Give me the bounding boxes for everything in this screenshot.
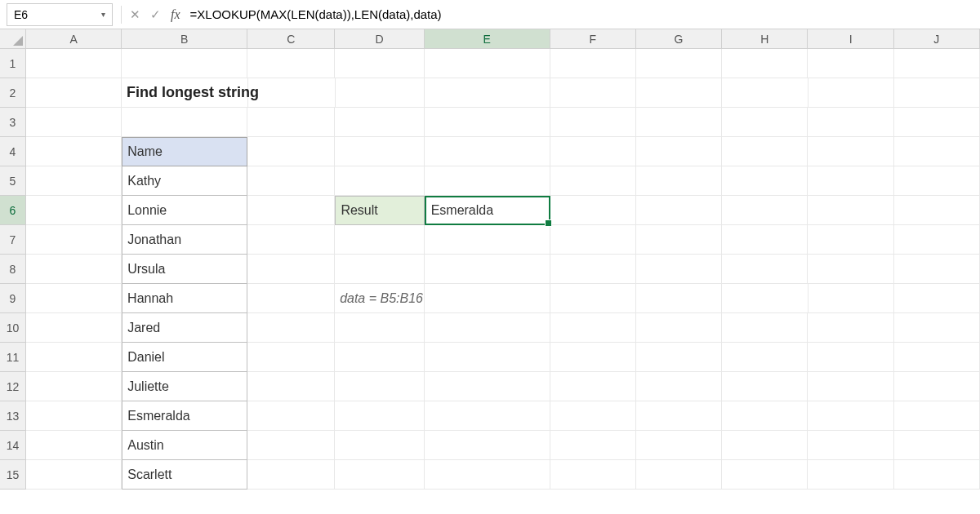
cell-A14[interactable] bbox=[26, 431, 122, 460]
cell-G1[interactable] bbox=[636, 49, 722, 78]
cell-F10[interactable] bbox=[550, 313, 636, 343]
cell-C6[interactable] bbox=[247, 196, 335, 225]
col-header-F[interactable]: F bbox=[550, 29, 636, 49]
cell-I10[interactable] bbox=[808, 313, 893, 343]
cell-F9[interactable] bbox=[550, 284, 636, 313]
result-label[interactable]: Result bbox=[335, 196, 424, 225]
cell-H8[interactable] bbox=[722, 255, 808, 284]
cell-F2[interactable] bbox=[550, 78, 636, 108]
cell-H5[interactable] bbox=[722, 166, 808, 196]
cell-I13[interactable] bbox=[808, 401, 893, 431]
cell-D14[interactable] bbox=[335, 431, 424, 460]
cell-C5[interactable] bbox=[247, 166, 335, 196]
cell-G10[interactable] bbox=[636, 313, 722, 343]
cell-B1[interactable] bbox=[122, 49, 247, 78]
cell-H2[interactable] bbox=[722, 78, 808, 108]
row-header-7[interactable]: 7 bbox=[0, 225, 26, 255]
cell-J2[interactable] bbox=[894, 78, 980, 108]
cell-J7[interactable] bbox=[894, 225, 980, 255]
result-value-cell[interactable]: Esmeralda bbox=[425, 196, 550, 225]
name-box[interactable]: E6 ▾ bbox=[7, 3, 113, 26]
cell-H14[interactable] bbox=[722, 431, 808, 460]
cell-C4[interactable] bbox=[247, 137, 335, 166]
cell-J12[interactable] bbox=[894, 372, 980, 401]
row-header-6[interactable]: 6 bbox=[0, 196, 26, 225]
cell-H13[interactable] bbox=[722, 401, 808, 431]
row-header-10[interactable]: 10 bbox=[0, 313, 26, 343]
cell-A13[interactable] bbox=[26, 401, 122, 431]
select-all-button[interactable] bbox=[0, 29, 26, 49]
named-range-note[interactable]: data = B5:B16 bbox=[335, 284, 425, 313]
formula-input[interactable] bbox=[180, 3, 973, 26]
cell-H7[interactable] bbox=[722, 225, 808, 255]
cell-J4[interactable] bbox=[894, 137, 980, 166]
cell-I7[interactable] bbox=[808, 225, 893, 255]
cell-C10[interactable] bbox=[247, 313, 335, 343]
cell-E8[interactable] bbox=[425, 255, 550, 284]
cell-F8[interactable] bbox=[550, 255, 636, 284]
cell-A4[interactable] bbox=[26, 137, 122, 166]
cell-A15[interactable] bbox=[26, 460, 122, 490]
cell-D5[interactable] bbox=[335, 166, 424, 196]
col-header-J[interactable]: J bbox=[894, 29, 980, 49]
cell-A11[interactable] bbox=[26, 343, 122, 372]
col-header-I[interactable]: I bbox=[808, 29, 893, 49]
cell-G3[interactable] bbox=[636, 108, 722, 137]
cell-D10[interactable] bbox=[335, 313, 424, 343]
cell-D12[interactable] bbox=[335, 372, 424, 401]
cell-I15[interactable] bbox=[808, 460, 893, 490]
cell-G5[interactable] bbox=[636, 166, 722, 196]
cell-E2[interactable] bbox=[425, 78, 550, 108]
cell-C9[interactable] bbox=[247, 284, 335, 313]
cell-C3[interactable] bbox=[247, 108, 335, 137]
cell-F6[interactable] bbox=[550, 196, 636, 225]
table-row[interactable]: Juliette bbox=[122, 372, 247, 401]
row-header-11[interactable]: 11 bbox=[0, 343, 26, 372]
col-header-H[interactable]: H bbox=[722, 29, 808, 49]
cell-J15[interactable] bbox=[894, 460, 980, 490]
cell-J14[interactable] bbox=[894, 431, 980, 460]
cell-I5[interactable] bbox=[808, 166, 893, 196]
cell-B3[interactable] bbox=[122, 108, 247, 137]
cell-J10[interactable] bbox=[894, 313, 980, 343]
cell-C8[interactable] bbox=[247, 255, 335, 284]
cell-J9[interactable] bbox=[894, 284, 980, 313]
table-row[interactable]: Ursula bbox=[122, 255, 247, 284]
cell-J8[interactable] bbox=[894, 255, 980, 284]
cell-I4[interactable] bbox=[808, 137, 893, 166]
chevron-down-icon[interactable]: ▾ bbox=[101, 10, 105, 19]
cell-F1[interactable] bbox=[550, 49, 636, 78]
cell-D15[interactable] bbox=[335, 460, 424, 490]
cell-D13[interactable] bbox=[335, 401, 424, 431]
cell-H9[interactable] bbox=[722, 284, 808, 313]
cell-E7[interactable] bbox=[425, 225, 550, 255]
row-header-13[interactable]: 13 bbox=[0, 401, 26, 431]
cell-A10[interactable] bbox=[26, 313, 122, 343]
cell-J13[interactable] bbox=[894, 401, 980, 431]
cell-E14[interactable] bbox=[425, 431, 550, 460]
cell-E11[interactable] bbox=[425, 343, 550, 372]
cell-C14[interactable] bbox=[247, 431, 335, 460]
cancel-icon[interactable]: ✕ bbox=[130, 7, 140, 22]
table-row[interactable]: Daniel bbox=[122, 343, 247, 372]
cell-I2[interactable] bbox=[808, 78, 894, 108]
row-header-3[interactable]: 3 bbox=[0, 108, 26, 137]
table-row[interactable]: Lonnie bbox=[122, 196, 247, 225]
cell-D4[interactable] bbox=[335, 137, 424, 166]
row-header-15[interactable]: 15 bbox=[0, 460, 26, 490]
cell-G9[interactable] bbox=[636, 284, 722, 313]
cell-J5[interactable] bbox=[894, 166, 980, 196]
cell-I3[interactable] bbox=[808, 108, 893, 137]
cell-D7[interactable] bbox=[335, 225, 424, 255]
cell-J6[interactable] bbox=[894, 196, 980, 225]
cell-H6[interactable] bbox=[722, 196, 808, 225]
cell-H11[interactable] bbox=[722, 343, 808, 372]
cell-H4[interactable] bbox=[722, 137, 808, 166]
cell-I11[interactable] bbox=[808, 343, 893, 372]
cell-H1[interactable] bbox=[722, 49, 808, 78]
cell-F7[interactable] bbox=[550, 225, 636, 255]
cell-G11[interactable] bbox=[636, 343, 722, 372]
cell-A9[interactable] bbox=[26, 284, 122, 313]
cell-E15[interactable] bbox=[425, 460, 550, 490]
cell-G2[interactable] bbox=[636, 78, 722, 108]
